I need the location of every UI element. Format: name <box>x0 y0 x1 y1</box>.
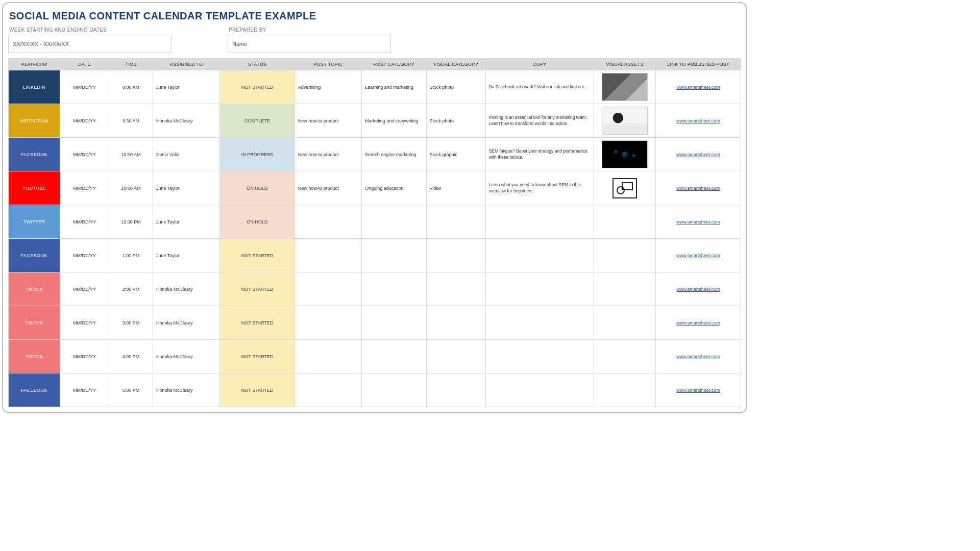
person-thumbnail <box>602 107 648 135</box>
topic-cell: New how-to product <box>295 171 361 205</box>
dates-block: WEEK STARTING AND ENDING DATES <box>8 27 172 53</box>
platform-cell: TIKTOK <box>9 306 60 340</box>
assigned-cell: June Taylor <box>153 239 219 272</box>
status-cell: COMPLETE <box>220 104 295 138</box>
date-cell: MM/DD/YY <box>60 373 109 407</box>
copy-cell <box>485 373 594 407</box>
published-link[interactable]: www.smartsheet.com <box>676 219 720 224</box>
status-cell: ON HOLD <box>220 171 295 205</box>
time-cell: 3:00 PM <box>109 306 153 340</box>
visual-category-cell <box>426 272 485 306</box>
status-cell: NOT STARTED <box>220 70 295 104</box>
date-cell: MM/DD/YY <box>60 138 109 171</box>
topic-cell <box>295 239 361 272</box>
date-cell: MM/DD/YY <box>60 70 109 104</box>
platform-cell: YOUTUBE <box>9 171 60 205</box>
copy-cell <box>485 205 594 239</box>
published-link[interactable]: www.smartsheet.com <box>676 287 720 292</box>
calendar-table: PLATFORMDATETIMEASSIGNED TOSTATUSPOST TO… <box>8 58 741 407</box>
status-cell: NOT STARTED <box>220 272 295 306</box>
published-link[interactable]: www.smartsheet.com <box>676 320 720 325</box>
visual-asset-cell <box>594 340 655 373</box>
published-link[interactable]: www.smartsheet.com <box>676 118 720 123</box>
visual-category-cell <box>426 340 485 373</box>
col-header: STATUS <box>220 59 295 70</box>
topic-cell <box>295 306 361 340</box>
category-cell: Learning and marketing <box>362 70 426 104</box>
table-row: TIKTOKMM/DD/YY2:00 PMHonoka McClearyNOT … <box>9 272 741 306</box>
time-cell: 4:00 PM <box>109 340 153 373</box>
visual-category-cell: Stock graphic <box>426 138 485 171</box>
table-row: LINKEDINMM/DD/YY8:00 AMJune TaylorNOT ST… <box>9 70 741 104</box>
platform-cell: FACEBOOK <box>9 373 60 407</box>
copy-cell: SEM fatigue? Boost your strategy and per… <box>485 138 594 171</box>
date-cell: MM/DD/YY <box>60 306 109 340</box>
copy-cell <box>485 340 594 373</box>
table-row: TIKTOKMM/DD/YY4:00 PMHonoka McClearyNOT … <box>9 340 741 373</box>
copy-cell: Do Facebook ads work? Visit our link and… <box>485 70 594 104</box>
col-header: DATE <box>60 59 109 70</box>
published-link[interactable]: www.smartsheet.com <box>676 354 720 359</box>
table-row: TIKTOKMM/DD/YY3:00 PMHonoka McClearyNOT … <box>9 306 741 340</box>
status-cell: NOT STARTED <box>220 340 295 373</box>
copy-cell <box>485 306 594 340</box>
prepared-input[interactable] <box>228 35 391 53</box>
platform-cell: TWITTER <box>9 205 60 239</box>
table-head: PLATFORMDATETIMEASSIGNED TOSTATUSPOST TO… <box>9 59 741 70</box>
published-link[interactable]: www.smartsheet.com <box>676 253 720 258</box>
prepared-block: PREPARED BY <box>228 27 391 53</box>
visual-asset-cell <box>594 205 655 239</box>
date-cell: MM/DD/YY <box>60 171 109 205</box>
dates-input[interactable] <box>8 35 172 53</box>
published-link[interactable]: www.smartsheet.com <box>676 85 720 90</box>
time-cell: 2:00 PM <box>109 272 153 306</box>
col-header: TIME <box>109 59 153 70</box>
prepared-label: PREPARED BY <box>228 27 391 35</box>
platform-cell: FACEBOOK <box>9 239 60 272</box>
platform-cell: LINKEDIN <box>9 70 60 104</box>
category-cell <box>362 272 426 306</box>
visual-category-cell <box>426 306 485 340</box>
assigned-cell: Honoka McCleary <box>153 306 219 340</box>
assigned-cell: June Taylor <box>153 171 219 205</box>
table-row: FACEBOOKMM/DD/YY1:00 PMJune TaylorNOT ST… <box>9 239 741 272</box>
platform-cell: INSTAGRAM <box>9 104 60 138</box>
visual-asset-cell <box>594 239 655 272</box>
link-cell: www.smartsheet.com <box>656 205 741 239</box>
topic-cell <box>295 373 361 407</box>
topic-cell <box>295 205 361 239</box>
link-cell: www.smartsheet.com <box>656 272 741 306</box>
time-cell: 8:00 AM <box>109 70 153 104</box>
col-header: COPY <box>485 59 594 70</box>
status-cell: ON HOLD <box>220 205 295 239</box>
visual-category-cell <box>426 239 485 272</box>
published-link[interactable]: www.smartsheet.com <box>676 388 720 393</box>
category-cell: Search engine marketing <box>362 138 426 171</box>
visual-asset-cell <box>594 104 655 138</box>
time-cell: 5:00 PM <box>109 373 153 407</box>
topic-cell <box>295 340 361 373</box>
link-cell: www.smartsheet.com <box>656 306 741 340</box>
time-cell: 10:00 AM <box>109 171 153 205</box>
published-link[interactable]: www.smartsheet.com <box>676 186 720 191</box>
topic-cell: New how-to product <box>295 138 361 171</box>
copy-cell <box>485 239 594 272</box>
category-cell <box>362 239 426 272</box>
visual-category-cell: Stock photo <box>426 70 485 104</box>
laptop-thumbnail <box>602 73 648 101</box>
col-header: VISUAL ASSETS <box>594 59 655 70</box>
assigned-cell: Honoka McCleary <box>153 373 219 407</box>
link-cell: www.smartsheet.com <box>656 239 741 272</box>
meta-row: WEEK STARTING AND ENDING DATES PREPARED … <box>8 27 741 53</box>
category-cell <box>362 205 426 239</box>
assigned-cell: Honoka McCleary <box>153 340 219 373</box>
assigned-cell: June Taylor <box>153 70 219 104</box>
time-cell: 10:00 AM <box>109 138 153 171</box>
link-cell: www.smartsheet.com <box>656 373 741 407</box>
category-cell: Ongoing education <box>362 171 426 205</box>
platform-cell: TIKTOK <box>9 340 60 373</box>
link-cell: www.smartsheet.com <box>656 340 741 373</box>
visual-asset-cell <box>594 373 655 407</box>
published-link[interactable]: www.smartsheet.com <box>676 152 720 157</box>
link-cell: www.smartsheet.com <box>656 70 741 104</box>
